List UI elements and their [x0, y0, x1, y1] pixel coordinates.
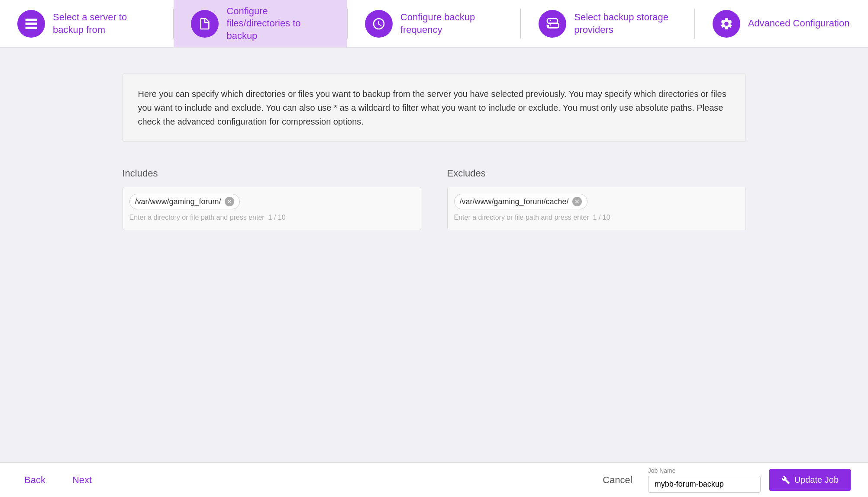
storage-icon: [539, 10, 566, 38]
excludes-input-area[interactable]: /var/www/gaming_forum/cache/ ✕ Enter a d…: [447, 187, 746, 230]
update-job-button[interactable]: Update Job: [769, 469, 851, 491]
includes-section: Includes /var/www/gaming_forum/ ✕ Enter …: [123, 168, 421, 230]
includes-title: Includes: [123, 168, 421, 179]
main-content: Here you can specify which directories o…: [88, 48, 781, 256]
includes-input-area[interactable]: /var/www/gaming_forum/ ✕ Enter a directo…: [123, 187, 421, 230]
paths-row: Includes /var/www/gaming_forum/ ✕ Enter …: [123, 168, 746, 230]
back-button[interactable]: Back: [17, 471, 52, 489]
wizard-step-configure-files[interactable]: Configure files/directories to backup: [174, 0, 346, 47]
job-name-label: Job Name: [648, 467, 761, 474]
excludes-tag-remove-0[interactable]: ✕: [572, 197, 582, 206]
step-label-select-storage: Select backup storage providers: [574, 11, 677, 36]
job-name-input[interactable]: [648, 476, 761, 493]
includes-tag-remove-0[interactable]: ✕: [225, 197, 234, 206]
excludes-hint: Enter a directory or file path and press…: [454, 214, 739, 221]
info-box-text: Here you can specify which directories o…: [138, 89, 726, 126]
excludes-title: Excludes: [447, 168, 746, 179]
wizard-step-advanced-config[interactable]: Advanced Configuration: [695, 0, 868, 47]
includes-hint: Enter a directory or file path and press…: [129, 214, 414, 221]
footer-right: Cancel Job Name Update Job: [596, 467, 851, 493]
next-button[interactable]: Next: [65, 471, 99, 489]
wizard-step-configure-frequency[interactable]: Configure backup frequency: [348, 0, 520, 47]
includes-tag-text-0: /var/www/gaming_forum/: [135, 197, 221, 206]
wizard-step-select-storage[interactable]: Select backup storage providers: [521, 0, 694, 47]
excludes-tag-list: /var/www/gaming_forum/cache/ ✕: [454, 194, 739, 209]
clock-icon: [365, 10, 393, 38]
server-icon: [17, 10, 45, 38]
job-name-field: Job Name: [648, 467, 761, 493]
info-box: Here you can specify which directories o…: [123, 74, 746, 142]
file-icon: [191, 10, 219, 38]
step-label-advanced-config: Advanced Configuration: [748, 17, 850, 30]
step-label-configure-files: Configure files/directories to backup: [226, 5, 329, 42]
includes-tag-0: /var/www/gaming_forum/ ✕: [129, 194, 240, 209]
cancel-button[interactable]: Cancel: [596, 471, 639, 489]
update-job-label: Update Job: [794, 475, 839, 485]
step-label-configure-frequency: Configure backup frequency: [400, 11, 503, 36]
wizard-step-select-server[interactable]: Select a server to backup from: [0, 0, 173, 47]
step-label-select-server: Select a server to backup from: [53, 11, 155, 36]
excludes-tag-text-0: /var/www/gaming_forum/cache/: [460, 197, 569, 206]
footer-left: Back Next: [17, 471, 583, 489]
footer: Back Next Cancel Job Name Update Job: [0, 462, 868, 497]
wrench-icon: [781, 476, 790, 484]
includes-tag-list: /var/www/gaming_forum/ ✕: [129, 194, 414, 209]
excludes-tag-0: /var/www/gaming_forum/cache/ ✕: [454, 194, 587, 209]
excludes-section: Excludes /var/www/gaming_forum/cache/ ✕ …: [447, 168, 746, 230]
gear-icon: [713, 10, 740, 38]
wizard-header: Select a server to backup from Configure…: [0, 0, 868, 48]
